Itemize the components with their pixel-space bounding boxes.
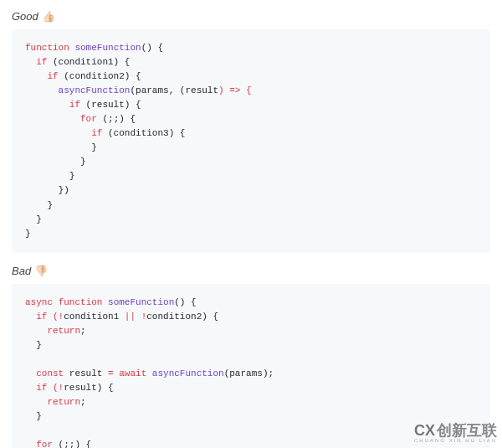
code-token: function <box>59 297 103 307</box>
watermark-sub: CHUANG XIN HU LIAN <box>414 438 497 443</box>
code-token: return <box>47 397 80 407</box>
code-token: } <box>69 171 75 181</box>
code-token: result <box>64 368 108 378</box>
code-token: ) => { <box>218 85 252 95</box>
code-token: }) <box>59 185 69 195</box>
code-token: if <box>36 312 47 322</box>
code-token: someFunction <box>108 297 174 307</box>
bad-label-text: Bad <box>12 265 31 277</box>
code-token: } <box>36 214 42 224</box>
code-token: if <box>47 71 58 81</box>
code-token: if <box>36 57 47 67</box>
code-token: (params, ( <box>130 85 185 95</box>
code-token: condition1 <box>64 312 125 322</box>
code-token: (;;) { <box>97 114 136 124</box>
watermark-brand: 创新互联 <box>437 422 497 439</box>
code-token: } <box>80 157 86 167</box>
thumbs-up-icon: 👍🏻 <box>42 10 55 23</box>
code-token: } <box>36 411 42 421</box>
watermark: CX创新互联 CHUANG XIN HU LIAN <box>414 423 497 443</box>
code-token: if <box>69 100 80 110</box>
watermark-logo: CX <box>414 422 435 439</box>
code-token: if <box>91 128 102 138</box>
code-token: (condition3) { <box>102 128 185 138</box>
code-token: (condition2) { <box>59 71 141 81</box>
code-token: if <box>36 383 47 393</box>
code-token: } <box>47 200 53 210</box>
code-token: result <box>185 85 218 95</box>
code-token: () { <box>174 297 196 307</box>
code-token: function <box>25 43 69 53</box>
code-token: asyncFunction <box>59 85 131 95</box>
code-token: for <box>80 114 97 124</box>
code-token: result) { <box>64 383 113 393</box>
code-token: asyncFunction <box>146 368 223 378</box>
code-token: ; <box>80 397 86 407</box>
code-token: (result) { <box>80 100 141 110</box>
code-token: (condition1) { <box>47 57 130 67</box>
code-token: || <box>125 312 136 322</box>
code-token: async <box>25 297 53 307</box>
code-token: } <box>36 340 42 350</box>
thumbs-down-icon: 👎🏻 <box>34 265 48 277</box>
code-token: = <box>108 368 114 378</box>
code-token: } <box>25 229 31 239</box>
code-token: condition2) { <box>146 312 218 322</box>
good-label: Good 👍🏻 <box>12 10 490 23</box>
code-token: } <box>91 142 97 152</box>
code-token: (! <box>47 312 64 322</box>
code-token: someFunction <box>74 43 141 53</box>
good-code-block: function someFunction() { if (condition1… <box>12 29 490 253</box>
code-token: () { <box>141 43 163 53</box>
code-token: ; <box>80 326 86 336</box>
code-token: return <box>47 326 80 336</box>
code-token: (params); <box>224 368 274 378</box>
code-token: const <box>36 368 64 378</box>
code-token: for <box>36 440 53 448</box>
good-label-text: Good <box>12 10 38 23</box>
code-token: await <box>114 368 147 378</box>
bad-label: Bad 👎🏻 <box>12 265 490 277</box>
code-token: ! <box>136 312 146 322</box>
code-token: (;;) { <box>53 440 91 448</box>
code-token: (! <box>47 383 64 393</box>
